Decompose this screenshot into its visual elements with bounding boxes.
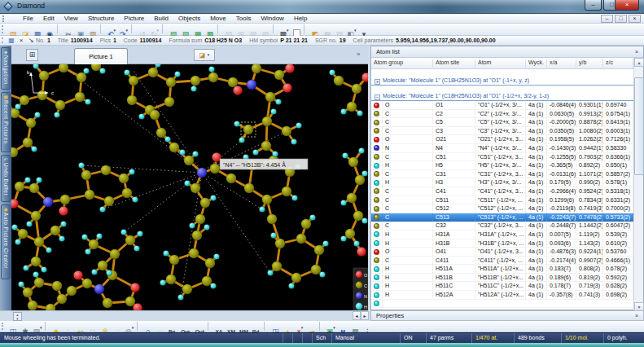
close-icon[interactable]: × (633, 48, 641, 56)
h-atom[interactable] (160, 279, 165, 285)
open-icon[interactable]: ◪ (20, 24, 31, 35)
menu-window[interactable]: Window (256, 14, 288, 22)
tab-picture-1[interactable]: Picture 1 (74, 48, 128, 64)
target-icon[interactable]: ◎▾ (124, 322, 135, 332)
c-atom[interactable] (34, 237, 44, 247)
h-atom[interactable] (270, 108, 276, 114)
table-view-icon[interactable]: ▦▾ (278, 24, 290, 35)
h-atom[interactable] (46, 247, 51, 253)
ring-blue-icon[interactable]: ○ (142, 322, 154, 332)
column-header-wyck[interactable]: Wyck. (526, 59, 547, 69)
c-atom[interactable] (347, 102, 357, 112)
close-button[interactable]: × (615, 0, 639, 11)
bond-icon[interactable]: ⊸ (306, 322, 318, 332)
h-atom[interactable] (164, 136, 170, 142)
h-atom[interactable] (357, 110, 362, 116)
cut-icon[interactable]: ✂ (63, 24, 74, 35)
c-atom[interactable] (208, 72, 218, 82)
build-molecule-icon[interactable]: ∷ (87, 322, 99, 332)
c-atom[interactable] (166, 77, 176, 87)
find-icon[interactable]: ◉ (44, 24, 55, 35)
c-atom[interactable] (55, 100, 65, 110)
c-atom[interactable] (31, 211, 41, 221)
atom-row[interactable]: CC512"C512" (-1/2+x, ...4a (1)-0.2119(8)… (371, 204, 633, 213)
menu-tools[interactable]: Tools (231, 14, 256, 22)
c-atom[interactable] (20, 95, 29, 105)
column-header-atomgroup[interactable]: Atom group (371, 59, 433, 69)
menu-edit[interactable]: Edit (38, 14, 59, 22)
add-atom-icon[interactable]: +o (75, 322, 86, 332)
h-atom[interactable] (342, 152, 348, 158)
c-atom[interactable] (191, 183, 200, 193)
sidebar-tab-recent-pictures[interactable]: ▦Recent Pictures (1, 92, 11, 152)
c-atom[interactable] (353, 211, 363, 221)
c-atom[interactable] (226, 174, 236, 183)
out-button[interactable]: Out (194, 322, 206, 332)
mm-button[interactable]: MM (238, 322, 250, 332)
ovr-button[interactable]: Ovr. (179, 322, 193, 332)
o-atom[interactable] (11, 199, 19, 209)
close-icon[interactable]: × (633, 312, 641, 320)
o-atom[interactable] (283, 83, 292, 93)
column-header-atom[interactable]: Atom (475, 59, 526, 69)
h-atom[interactable] (137, 231, 142, 236)
picture-wizard-icon[interactable]: ◩ (309, 24, 321, 35)
fragment-icon[interactable]: ∵ (112, 322, 123, 332)
pane-prev-icon[interactable]: ◂ (353, 311, 361, 320)
export-icon[interactable]: ▧ (248, 24, 259, 35)
c-atom[interactable] (184, 156, 194, 165)
paste-icon[interactable]: ▥ (87, 24, 99, 35)
column-header-xa[interactable]: x/a (547, 59, 576, 69)
c-atom[interactable] (156, 128, 166, 138)
h-atom[interactable] (319, 271, 325, 277)
menu-picture[interactable]: Picture (119, 14, 149, 22)
c-atom[interactable] (60, 195, 70, 204)
h-atom[interactable] (296, 122, 301, 128)
atom-row[interactable]: CC5"C5" (-1/2+x, 3/...4a (1)-0.2000(5)0.… (371, 118, 633, 127)
o-atom[interactable] (233, 86, 243, 95)
o-atom[interactable] (73, 270, 83, 280)
toolbar-overflow-chevron[interactable]: » (357, 51, 360, 58)
h-atom[interactable] (15, 103, 20, 109)
h-atom[interactable] (189, 222, 195, 228)
h-atom[interactable] (340, 235, 346, 241)
duplicate-icon[interactable]: ▥ (235, 24, 247, 35)
atom-row[interactable]: CC513"C513" (-1/2+x, ...4a (1)-0.2243(7)… (371, 213, 633, 222)
view-options-icon[interactable]: ◧▾ (346, 24, 357, 35)
o-atom[interactable] (130, 283, 140, 292)
atom-row[interactable]: HH31A"H31A" (-1/2+x, ...4a (1)0.007(5)1.… (371, 231, 633, 239)
scrollbar-thumb[interactable] (634, 77, 644, 175)
expand-icon[interactable]: + (375, 79, 380, 85)
picture-spinner[interactable]: ▴▾ (13, 312, 22, 321)
c-atom[interactable] (244, 183, 254, 193)
o-atom[interactable] (357, 247, 366, 257)
move-icon[interactable]: + (282, 322, 293, 332)
menu-help[interactable]: Help (289, 14, 312, 22)
background-color-swatch[interactable] (291, 24, 302, 35)
h-atom[interactable] (81, 234, 87, 239)
h-atom[interactable] (99, 206, 105, 212)
build-polyhedra-icon[interactable]: ◆ (50, 322, 62, 332)
h-atom[interactable] (275, 99, 281, 104)
h-atom[interactable] (329, 69, 335, 75)
c-atom[interactable] (169, 143, 179, 152)
c-atom[interactable] (192, 231, 202, 240)
mdi-close-button[interactable]: × (629, 15, 641, 23)
render-icon[interactable]: ▣▾ (325, 322, 336, 332)
h-atom[interactable] (288, 283, 294, 288)
h-atom[interactable] (106, 270, 112, 275)
c-atom[interactable] (77, 72, 86, 82)
tools-icon[interactable]: ✱ (20, 322, 31, 332)
c-atom[interactable] (52, 281, 62, 291)
h-atom[interactable] (291, 195, 297, 200)
atom-row[interactable]: NN4"N4" (-1/2+x, 3/...4a (1)-0.1430(3)0.… (371, 144, 633, 153)
import-icon[interactable]: ▨ (260, 24, 271, 35)
pg-button[interactable]: Pg. (167, 322, 178, 332)
edit-picture-icon[interactable]: ▨ (180, 24, 191, 35)
column-header-zc[interactable]: z/c (603, 59, 633, 69)
h-atom[interactable] (24, 177, 30, 182)
n-atom[interactable] (94, 284, 104, 294)
c-atom[interactable] (23, 288, 33, 297)
c-atom[interactable] (267, 214, 277, 224)
h-atom[interactable] (184, 180, 190, 186)
